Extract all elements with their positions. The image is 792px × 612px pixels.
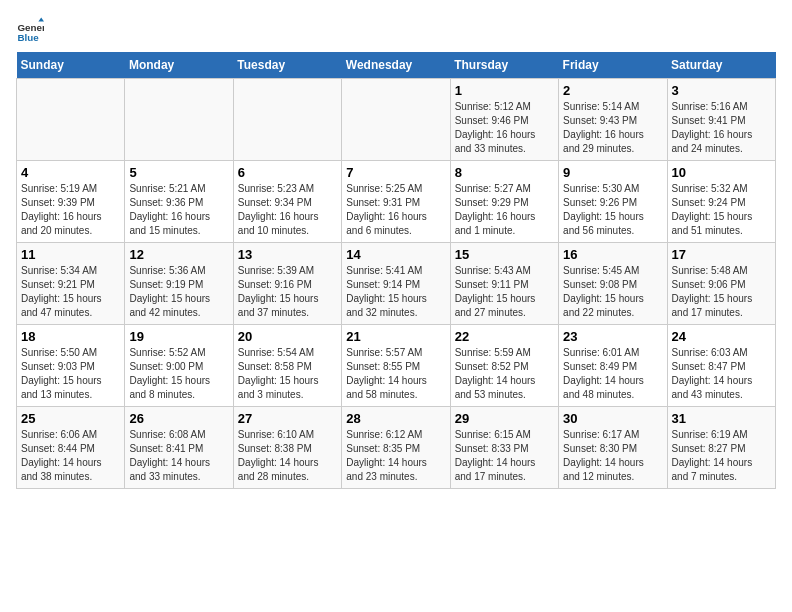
logo-icon: General Blue: [16, 16, 44, 44]
calendar-cell: [342, 79, 450, 161]
day-number: 31: [672, 411, 771, 426]
day-number: 3: [672, 83, 771, 98]
day-info: Sunrise: 5:21 AM Sunset: 9:36 PM Dayligh…: [129, 182, 228, 238]
calendar-cell: 28Sunrise: 6:12 AM Sunset: 8:35 PM Dayli…: [342, 407, 450, 489]
calendar-cell: 14Sunrise: 5:41 AM Sunset: 9:14 PM Dayli…: [342, 243, 450, 325]
day-info: Sunrise: 5:50 AM Sunset: 9:03 PM Dayligh…: [21, 346, 120, 402]
day-number: 16: [563, 247, 662, 262]
day-number: 7: [346, 165, 445, 180]
day-info: Sunrise: 5:16 AM Sunset: 9:41 PM Dayligh…: [672, 100, 771, 156]
day-info: Sunrise: 5:32 AM Sunset: 9:24 PM Dayligh…: [672, 182, 771, 238]
day-info: Sunrise: 5:45 AM Sunset: 9:08 PM Dayligh…: [563, 264, 662, 320]
day-number: 27: [238, 411, 337, 426]
day-number: 18: [21, 329, 120, 344]
day-info: Sunrise: 5:48 AM Sunset: 9:06 PM Dayligh…: [672, 264, 771, 320]
calendar-header-row: SundayMondayTuesdayWednesdayThursdayFrid…: [17, 52, 776, 79]
day-info: Sunrise: 5:57 AM Sunset: 8:55 PM Dayligh…: [346, 346, 445, 402]
calendar-cell: 17Sunrise: 5:48 AM Sunset: 9:06 PM Dayli…: [667, 243, 775, 325]
day-info: Sunrise: 6:17 AM Sunset: 8:30 PM Dayligh…: [563, 428, 662, 484]
day-number: 22: [455, 329, 554, 344]
day-number: 30: [563, 411, 662, 426]
calendar-cell: 7Sunrise: 5:25 AM Sunset: 9:31 PM Daylig…: [342, 161, 450, 243]
calendar-week-row: 4Sunrise: 5:19 AM Sunset: 9:39 PM Daylig…: [17, 161, 776, 243]
calendar-day-header: Saturday: [667, 52, 775, 79]
calendar-week-row: 11Sunrise: 5:34 AM Sunset: 9:21 PM Dayli…: [17, 243, 776, 325]
day-number: 21: [346, 329, 445, 344]
calendar-cell: 25Sunrise: 6:06 AM Sunset: 8:44 PM Dayli…: [17, 407, 125, 489]
calendar-cell: 9Sunrise: 5:30 AM Sunset: 9:26 PM Daylig…: [559, 161, 667, 243]
calendar-cell: 3Sunrise: 5:16 AM Sunset: 9:41 PM Daylig…: [667, 79, 775, 161]
day-number: 1: [455, 83, 554, 98]
calendar-cell: [233, 79, 341, 161]
calendar-cell: 15Sunrise: 5:43 AM Sunset: 9:11 PM Dayli…: [450, 243, 558, 325]
day-number: 11: [21, 247, 120, 262]
day-info: Sunrise: 6:12 AM Sunset: 8:35 PM Dayligh…: [346, 428, 445, 484]
logo: General Blue: [16, 16, 44, 44]
day-info: Sunrise: 5:54 AM Sunset: 8:58 PM Dayligh…: [238, 346, 337, 402]
calendar-day-header: Wednesday: [342, 52, 450, 79]
calendar-cell: 29Sunrise: 6:15 AM Sunset: 8:33 PM Dayli…: [450, 407, 558, 489]
day-info: Sunrise: 5:36 AM Sunset: 9:19 PM Dayligh…: [129, 264, 228, 320]
calendar-cell: 23Sunrise: 6:01 AM Sunset: 8:49 PM Dayli…: [559, 325, 667, 407]
calendar-cell: 31Sunrise: 6:19 AM Sunset: 8:27 PM Dayli…: [667, 407, 775, 489]
day-number: 23: [563, 329, 662, 344]
calendar-cell: 18Sunrise: 5:50 AM Sunset: 9:03 PM Dayli…: [17, 325, 125, 407]
calendar-cell: 5Sunrise: 5:21 AM Sunset: 9:36 PM Daylig…: [125, 161, 233, 243]
calendar-cell: 19Sunrise: 5:52 AM Sunset: 9:00 PM Dayli…: [125, 325, 233, 407]
day-info: Sunrise: 6:03 AM Sunset: 8:47 PM Dayligh…: [672, 346, 771, 402]
calendar-cell: 16Sunrise: 5:45 AM Sunset: 9:08 PM Dayli…: [559, 243, 667, 325]
day-info: Sunrise: 5:52 AM Sunset: 9:00 PM Dayligh…: [129, 346, 228, 402]
day-number: 6: [238, 165, 337, 180]
day-number: 15: [455, 247, 554, 262]
day-info: Sunrise: 5:59 AM Sunset: 8:52 PM Dayligh…: [455, 346, 554, 402]
calendar-cell: 1Sunrise: 5:12 AM Sunset: 9:46 PM Daylig…: [450, 79, 558, 161]
calendar-day-header: Friday: [559, 52, 667, 79]
day-number: 4: [21, 165, 120, 180]
calendar-day-header: Tuesday: [233, 52, 341, 79]
calendar-day-header: Thursday: [450, 52, 558, 79]
calendar-table: SundayMondayTuesdayWednesdayThursdayFrid…: [16, 52, 776, 489]
day-number: 20: [238, 329, 337, 344]
calendar-cell: [17, 79, 125, 161]
day-info: Sunrise: 5:43 AM Sunset: 9:11 PM Dayligh…: [455, 264, 554, 320]
day-number: 9: [563, 165, 662, 180]
calendar-day-header: Sunday: [17, 52, 125, 79]
day-info: Sunrise: 5:23 AM Sunset: 9:34 PM Dayligh…: [238, 182, 337, 238]
calendar-cell: 24Sunrise: 6:03 AM Sunset: 8:47 PM Dayli…: [667, 325, 775, 407]
calendar-cell: 6Sunrise: 5:23 AM Sunset: 9:34 PM Daylig…: [233, 161, 341, 243]
calendar-cell: 22Sunrise: 5:59 AM Sunset: 8:52 PM Dayli…: [450, 325, 558, 407]
calendar-cell: 21Sunrise: 5:57 AM Sunset: 8:55 PM Dayli…: [342, 325, 450, 407]
calendar-cell: 30Sunrise: 6:17 AM Sunset: 8:30 PM Dayli…: [559, 407, 667, 489]
day-info: Sunrise: 5:41 AM Sunset: 9:14 PM Dayligh…: [346, 264, 445, 320]
day-info: Sunrise: 5:25 AM Sunset: 9:31 PM Dayligh…: [346, 182, 445, 238]
calendar-cell: 26Sunrise: 6:08 AM Sunset: 8:41 PM Dayli…: [125, 407, 233, 489]
calendar-week-row: 1Sunrise: 5:12 AM Sunset: 9:46 PM Daylig…: [17, 79, 776, 161]
day-info: Sunrise: 6:19 AM Sunset: 8:27 PM Dayligh…: [672, 428, 771, 484]
calendar-cell: 13Sunrise: 5:39 AM Sunset: 9:16 PM Dayli…: [233, 243, 341, 325]
day-info: Sunrise: 5:14 AM Sunset: 9:43 PM Dayligh…: [563, 100, 662, 156]
day-number: 28: [346, 411, 445, 426]
day-number: 24: [672, 329, 771, 344]
calendar-week-row: 25Sunrise: 6:06 AM Sunset: 8:44 PM Dayli…: [17, 407, 776, 489]
day-info: Sunrise: 5:19 AM Sunset: 9:39 PM Dayligh…: [21, 182, 120, 238]
svg-marker-2: [38, 17, 44, 21]
calendar-cell: 10Sunrise: 5:32 AM Sunset: 9:24 PM Dayli…: [667, 161, 775, 243]
day-number: 26: [129, 411, 228, 426]
day-info: Sunrise: 6:06 AM Sunset: 8:44 PM Dayligh…: [21, 428, 120, 484]
day-info: Sunrise: 5:39 AM Sunset: 9:16 PM Dayligh…: [238, 264, 337, 320]
day-info: Sunrise: 6:15 AM Sunset: 8:33 PM Dayligh…: [455, 428, 554, 484]
day-number: 10: [672, 165, 771, 180]
calendar-day-header: Monday: [125, 52, 233, 79]
day-number: 29: [455, 411, 554, 426]
day-number: 14: [346, 247, 445, 262]
day-number: 25: [21, 411, 120, 426]
calendar-cell: [125, 79, 233, 161]
day-info: Sunrise: 5:12 AM Sunset: 9:46 PM Dayligh…: [455, 100, 554, 156]
day-number: 2: [563, 83, 662, 98]
calendar-week-row: 18Sunrise: 5:50 AM Sunset: 9:03 PM Dayli…: [17, 325, 776, 407]
calendar-cell: 8Sunrise: 5:27 AM Sunset: 9:29 PM Daylig…: [450, 161, 558, 243]
day-info: Sunrise: 5:30 AM Sunset: 9:26 PM Dayligh…: [563, 182, 662, 238]
page-header: General Blue: [16, 16, 776, 44]
day-info: Sunrise: 5:27 AM Sunset: 9:29 PM Dayligh…: [455, 182, 554, 238]
day-info: Sunrise: 6:08 AM Sunset: 8:41 PM Dayligh…: [129, 428, 228, 484]
